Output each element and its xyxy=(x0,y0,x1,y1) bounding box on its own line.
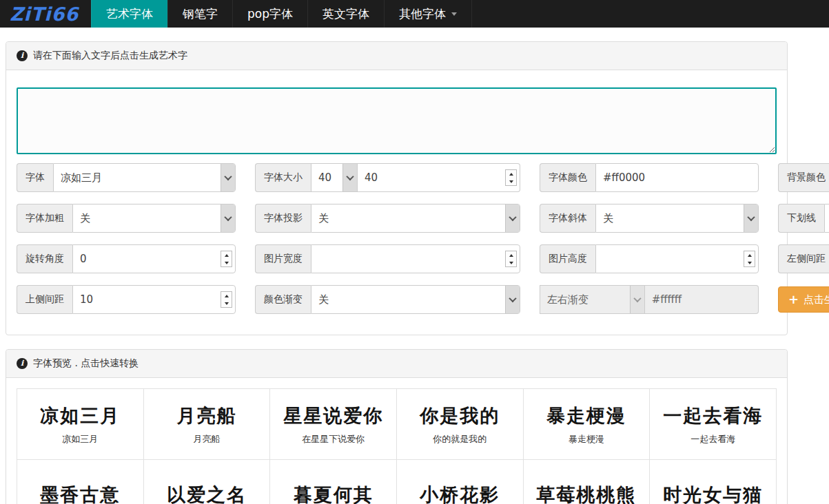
font-preview-grid: 凉如三月 凉如三月 月亮船 月亮船 星星说爱你 在星星下说爱你 你是我的 你的就… xyxy=(17,388,777,504)
font-sample-text: 小桥花影 xyxy=(420,483,500,504)
field-font-label: 字体 xyxy=(17,163,53,192)
number-spinner[interactable] xyxy=(744,251,755,267)
underline-select-value: 关 xyxy=(825,204,829,232)
plus-icon: + xyxy=(788,293,799,306)
info-icon: i xyxy=(17,358,28,369)
font-preview-item[interactable]: 时光女与猫 xyxy=(650,460,777,504)
font-preview-item[interactable]: 墨香古意 xyxy=(17,460,144,504)
font-sample-text: 暴走梗漫 xyxy=(546,403,626,428)
font-preview-item[interactable]: 以爱之名 xyxy=(144,460,271,504)
font-preview-item[interactable]: 一起去看海 一起去看海 xyxy=(650,389,777,460)
underline-select[interactable]: 关 xyxy=(824,204,829,233)
tab-other-font[interactable]: 其他字体 xyxy=(384,0,472,28)
tab-pen-font[interactable]: 钢笔字 xyxy=(167,0,232,28)
chevron-down-icon xyxy=(224,213,232,221)
arrow-down-icon xyxy=(225,262,229,264)
img-width-input[interactable] xyxy=(311,253,505,265)
img-height-input[interactable] xyxy=(596,253,744,265)
select-dropdown-button[interactable] xyxy=(505,286,520,313)
spinner-down[interactable] xyxy=(506,259,516,266)
bold-select-value: 关 xyxy=(73,204,221,232)
font-sample-text: 你是我的 xyxy=(420,403,500,428)
arrow-down-icon xyxy=(509,262,513,264)
gradient-direction-select[interactable]: 左右渐变 xyxy=(540,285,645,314)
field-underline-label: 下划线 xyxy=(778,204,824,233)
font-preview-item[interactable]: 月亮船 月亮船 xyxy=(144,389,271,460)
field-italic: 字体斜体 关 xyxy=(540,204,759,233)
chevron-down-icon xyxy=(509,295,516,302)
font-preview-item[interactable]: 小桥花影 xyxy=(397,460,524,504)
select-dropdown-button[interactable] xyxy=(342,164,357,191)
number-spinner[interactable] xyxy=(505,251,517,267)
select-dropdown-button[interactable] xyxy=(505,204,520,232)
chevron-down-icon xyxy=(509,213,516,221)
field-rotate: 旋转角度 xyxy=(17,244,236,273)
spinner-up[interactable] xyxy=(221,292,232,300)
select-dropdown-button[interactable] xyxy=(630,286,644,313)
spinner-down[interactable] xyxy=(744,259,755,266)
number-spinner[interactable] xyxy=(221,291,232,308)
spinner-up[interactable] xyxy=(221,251,232,259)
font-sample-text: 一起去看海 xyxy=(663,403,763,428)
action-buttons: + 点击生成 + 动态文字 xyxy=(778,285,829,314)
spinner-down[interactable] xyxy=(221,259,232,266)
tab-label: 其他字体 xyxy=(399,6,446,22)
preview-panel-body: 凉如三月 凉如三月 月亮船 月亮船 星星说爱你 在星星下说爱你 你是我的 你的就… xyxy=(6,378,787,504)
font-size-number-wrap xyxy=(358,163,520,192)
tab-english-font[interactable]: 英文字体 xyxy=(307,0,384,28)
number-spinner[interactable] xyxy=(221,251,232,267)
bold-select[interactable]: 关 xyxy=(72,204,236,233)
font-size-select-value: 40 xyxy=(311,164,342,191)
tab-label: 钢笔字 xyxy=(183,6,218,22)
select-dropdown-button[interactable] xyxy=(221,164,235,191)
img-height-wrap xyxy=(595,244,759,273)
font-sample-text: 暮夏何其 xyxy=(294,483,373,504)
font-select[interactable]: 凉如三月 xyxy=(53,163,236,192)
font-preview-item[interactable]: 暴走梗漫 暴走梗漫 xyxy=(524,389,651,460)
font-sample-text: 凉如三月 xyxy=(40,403,120,428)
font-preview-item[interactable]: 暮夏何其 xyxy=(270,460,397,504)
font-preview-item[interactable]: 草莓桃桃熊 xyxy=(524,460,651,504)
top-margin-input[interactable] xyxy=(73,293,221,306)
font-size-select[interactable]: 40 xyxy=(311,163,358,192)
font-preview-item[interactable]: 凉如三月 凉如三月 xyxy=(17,389,144,460)
arrow-up-icon xyxy=(509,173,513,176)
site-logo[interactable]: ZiTi66 xyxy=(0,0,91,28)
gradient-color-input[interactable] xyxy=(645,286,758,313)
spinner-up[interactable] xyxy=(506,251,516,259)
arrow-up-icon xyxy=(748,254,752,257)
font-preview-item[interactable]: 星星说爱你 在星星下说爱你 xyxy=(270,389,397,460)
spinner-down[interactable] xyxy=(221,300,232,307)
font-preview-item[interactable]: 你是我的 你的就是我的 xyxy=(397,389,524,460)
chevron-down-icon xyxy=(747,213,755,221)
spinner-down[interactable] xyxy=(506,178,516,185)
spinner-up[interactable] xyxy=(506,170,516,178)
arrow-up-icon xyxy=(509,254,513,257)
gradient-select-value: 关 xyxy=(311,286,505,313)
font-name-caption: 在星星下说爱你 xyxy=(302,433,365,445)
font-size-input[interactable] xyxy=(358,171,505,184)
tab-pop-font[interactable]: pop字体 xyxy=(232,0,307,28)
font-sample-text: 月亮船 xyxy=(176,403,236,428)
number-spinner[interactable] xyxy=(505,169,517,186)
font-color-input[interactable] xyxy=(596,164,758,191)
tab-label: 英文字体 xyxy=(323,6,369,22)
rotate-input[interactable] xyxy=(73,253,221,265)
shadow-select[interactable]: 关 xyxy=(311,204,520,233)
field-bold: 字体加粗 关 xyxy=(17,204,236,233)
text-input-area[interactable] xyxy=(17,87,777,154)
arrow-down-icon xyxy=(509,180,513,183)
spinner-up[interactable] xyxy=(744,251,755,259)
chevron-down-icon xyxy=(451,12,457,16)
field-img-width: 图片宽度 xyxy=(255,244,520,273)
generator-panel: i 请在下面输入文字后点击生成艺术字 字体 凉如三月 字体大小 40 xyxy=(6,41,788,335)
top-navbar: ZiTi66 艺术字体 钢笔字 pop字体 英文字体 其他字体 xyxy=(0,0,829,28)
tab-art-font[interactable]: 艺术字体 xyxy=(91,0,167,28)
select-dropdown-button[interactable] xyxy=(221,204,235,232)
italic-select[interactable]: 关 xyxy=(595,204,759,233)
select-dropdown-button[interactable] xyxy=(744,204,758,232)
gradient-select[interactable]: 关 xyxy=(311,285,520,314)
font-name-caption: 凉如三月 xyxy=(62,433,98,445)
generate-button[interactable]: + 点击生成 xyxy=(778,286,829,313)
field-bold-label: 字体加粗 xyxy=(17,204,72,233)
